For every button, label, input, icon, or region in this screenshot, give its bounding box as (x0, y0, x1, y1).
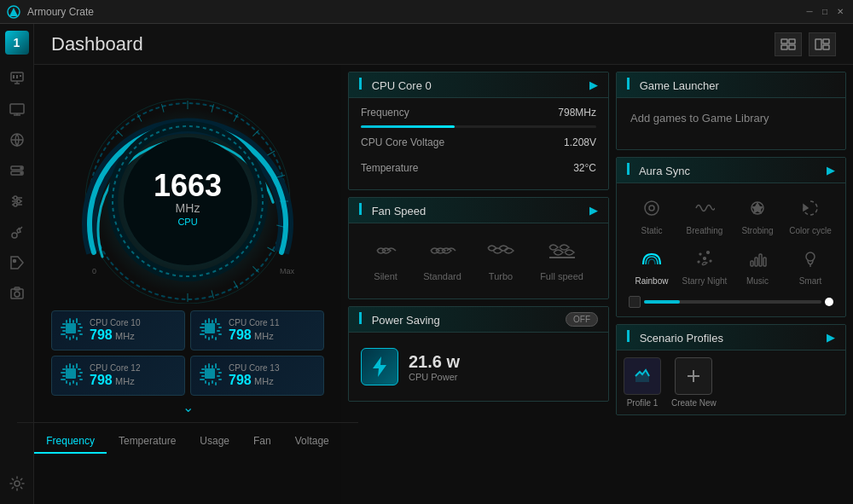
aura-options-row2: Rainbow (629, 242, 833, 293)
fan-option-standard[interactable]: Standard (423, 240, 461, 281)
svg-point-138 (707, 252, 710, 254)
sidebar-item-system[interactable] (3, 65, 31, 92)
game-launcher-content: Add games to Game Library (617, 98, 845, 149)
svg-rect-123 (212, 380, 213, 384)
slider-color-box (629, 296, 641, 308)
sidebar-logo[interactable]: 1 (5, 31, 29, 55)
aura-sync-header: Aura Sync ▶ (617, 158, 845, 183)
aura-option-breathing[interactable]: Breathing (682, 199, 728, 235)
sidebar-item-storage[interactable] (3, 157, 31, 184)
svg-rect-7 (20, 75, 21, 77)
aura-option-rainbow[interactable]: Rainbow (629, 249, 675, 286)
svg-rect-33 (789, 45, 795, 49)
fan-option-silent[interactable]: Silent (374, 240, 397, 281)
core-icon-1 (198, 316, 222, 345)
core-icon-0 (59, 316, 83, 345)
svg-point-139 (698, 261, 699, 263)
core-tile-2[interactable]: CPU Core 12 798 MHz (51, 356, 185, 396)
svg-text:Max: Max (280, 267, 295, 275)
tab-temperature[interactable]: Temperature (107, 430, 188, 454)
tab-fan[interactable]: Fan (241, 430, 283, 454)
power-saving-toggle[interactable]: OFF (566, 312, 598, 327)
aura-option-color-cycle[interactable]: Color cycle (787, 199, 833, 235)
profile-create-label: Create New (671, 398, 717, 408)
close-button[interactable]: ✕ (834, 6, 846, 18)
core-freq-3: 798 (229, 373, 252, 387)
svg-rect-65 (76, 318, 78, 323)
core-icon-2 (59, 362, 83, 390)
svg-rect-92 (218, 327, 222, 328)
fan-speed-panel-content: Silent (349, 223, 608, 298)
profile-icon-1 (624, 357, 661, 395)
sidebar-item-tune[interactable] (3, 188, 31, 215)
fan-option-turbo[interactable]: Turbo (487, 240, 514, 281)
aura-rainbow-icon (641, 249, 662, 273)
slider-thumb[interactable] (825, 298, 833, 306)
core-unit-2: MHz (115, 376, 135, 386)
bottom-tabs: Frequency Temperature Usage Fan Voltage (17, 422, 358, 454)
aura-option-static[interactable]: Static (629, 199, 675, 235)
profile-item-1[interactable]: Profile 1 (624, 357, 661, 408)
game-launcher-title: Game Launcher (640, 79, 719, 92)
svg-rect-125 (217, 368, 220, 370)
sidebar-item-tag[interactable] (3, 249, 31, 276)
power-value: 21.6 w (409, 352, 460, 372)
aura-option-music[interactable]: Music (734, 249, 780, 286)
svg-rect-99 (76, 363, 78, 368)
tab-voltage[interactable]: Voltage (283, 430, 341, 454)
core-tile-3[interactable]: CPU Core 13 798 MHz (190, 356, 324, 396)
gauge-value: 1663 (154, 171, 222, 201)
tab-frequency[interactable]: Frequency (34, 430, 107, 454)
fan-option-full[interactable]: Full speed (540, 240, 583, 281)
titlebar: Armoury Crate ─ □ ✕ (0, 0, 853, 24)
cpu-core-panel-content: Frequency 798MHz CPU Core Voltage 1.208V (349, 98, 608, 189)
cpu-row-voltage: CPU Core Voltage 1.208V (361, 136, 596, 148)
svg-rect-62 (66, 320, 67, 323)
aura-option-smart[interactable]: Smart (787, 249, 833, 286)
svg-point-16 (20, 172, 22, 174)
sidebar-item-monitor[interactable] (3, 96, 31, 123)
core-name-3: CPU Core 13 (229, 363, 279, 373)
svg-rect-78 (66, 323, 76, 333)
sidebar-item-capture[interactable] (3, 280, 31, 307)
sidebar-item-settings[interactable] (3, 470, 31, 497)
power-saving-content: 21.6 w CPU Power (349, 333, 608, 401)
sidebar-item-tools[interactable] (3, 218, 31, 246)
aura-starrynight-icon (695, 249, 714, 273)
core-tile-0[interactable]: CPU Core 10 798 MHz (51, 310, 185, 350)
core-info-2: CPU Core 12 798 MHz (90, 363, 140, 388)
sidebar-item-network[interactable] (3, 126, 31, 154)
main-content: 0 Max 1663 MHz CPU (34, 65, 853, 504)
aura-static-label: Static (641, 226, 662, 235)
svg-rect-110 (78, 375, 81, 377)
profile-create-new[interactable]: Create New (671, 357, 717, 408)
scenario-profiles-header: Scenario Profiles ▶ (617, 325, 845, 350)
svg-rect-35 (823, 39, 829, 43)
core-name-0: CPU Core 10 (90, 318, 140, 327)
power-saving-title: Power Saving (372, 314, 440, 327)
maximize-button[interactable]: □ (819, 6, 831, 18)
aura-option-strobing[interactable]: Strobing (734, 199, 780, 235)
fan-options: Silent (361, 232, 596, 290)
aura-option-starry-night[interactable]: Starry Night (682, 249, 728, 286)
slider-track[interactable] (644, 300, 821, 304)
aura-brightness-slider[interactable] (629, 296, 833, 308)
view-button-1[interactable] (775, 32, 802, 56)
titlebar-controls[interactable]: ─ □ ✕ (804, 6, 846, 18)
svg-rect-128 (218, 379, 222, 380)
view-button-2[interactable] (809, 32, 836, 56)
center-column: CPU Core 0 ▶ Frequency 798MHz (348, 72, 609, 497)
svg-rect-127 (217, 375, 220, 377)
svg-rect-64 (73, 320, 74, 323)
svg-rect-112 (66, 368, 76, 379)
cpu-temp-value: 32°C (573, 162, 596, 174)
svg-point-132 (645, 201, 659, 215)
tab-usage[interactable]: Usage (188, 430, 241, 454)
svg-rect-76 (78, 330, 81, 332)
panel-accent-game (627, 78, 630, 90)
right-panels-area: CPU Core 0 ▶ Frequency 798MHz (341, 65, 853, 504)
minimize-button[interactable]: ─ (804, 6, 815, 18)
aura-sync-title: Aura Sync (639, 165, 690, 177)
core-tile-1[interactable]: CPU Core 11 798 MHz (190, 310, 324, 350)
cpu-row-temperature: Temperature 32°C (361, 162, 596, 174)
